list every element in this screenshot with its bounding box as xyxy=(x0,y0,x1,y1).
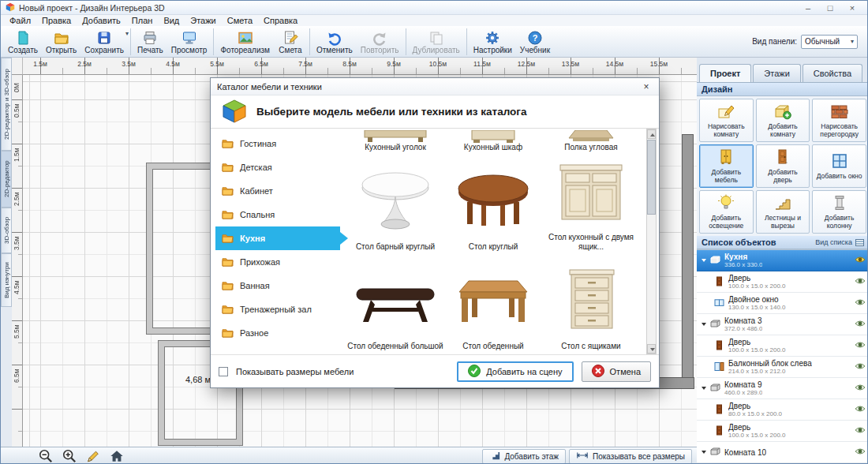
open-button[interactable]: Открыть xyxy=(42,27,80,56)
object-row-door[interactable]: Дверь100.0 x 15.0 x 200.0 xyxy=(697,421,868,442)
tool-stairs-openings[interactable]: Лестницы и вырезы xyxy=(756,190,810,234)
wall-segment[interactable] xyxy=(683,135,693,388)
tool-draw-partition[interactable]: Нарисовать перегородку xyxy=(812,99,866,142)
category-kids-room[interactable]: Детская xyxy=(215,155,340,179)
category-gym[interactable]: Тренажерный зал xyxy=(215,297,340,321)
dialog-close-icon[interactable]: × xyxy=(640,81,653,92)
close-icon[interactable]: × xyxy=(847,2,858,13)
visibility-eye-icon[interactable] xyxy=(855,341,866,350)
object-row-room3[interactable]: Комната 3372.0 x 486.0 xyxy=(697,314,868,335)
visibility-eye-icon[interactable] xyxy=(855,447,866,457)
tab-inside-view[interactable]: Вид изнутри xyxy=(1,253,12,307)
furniture-item-kitchen-corner[interactable]: Кухонный уголок xyxy=(346,129,444,155)
tab-floors[interactable]: Этажи xyxy=(753,64,800,82)
scroll-down-icon[interactable] xyxy=(647,344,656,354)
category-bathroom[interactable]: Ванная xyxy=(215,274,340,297)
menu-help[interactable]: Справка xyxy=(258,15,303,26)
furniture-item-drawer-table[interactable]: Стол с ящиками xyxy=(542,255,640,354)
cancel-button[interactable]: Отмена xyxy=(582,361,651,382)
measure-pencil-button[interactable] xyxy=(84,448,102,464)
furniture-item-round-bar-table[interactable]: Стол барный круглый xyxy=(346,155,444,255)
tool-add-window[interactable]: Добавить окно xyxy=(812,144,866,188)
show-sizes-checkbox[interactable] xyxy=(219,367,228,376)
furniture-item-kitchen-table-two-drawers[interactable]: Стол кухонный с двумя ящик... xyxy=(542,155,640,255)
tab-properties[interactable]: Свойства xyxy=(803,64,862,82)
undo-button[interactable]: Отменить xyxy=(312,27,357,56)
menu-file[interactable]: Файл xyxy=(4,15,36,26)
object-row-double-window[interactable]: Двойное окно130.0 x 15.0 x 140.0 xyxy=(697,293,868,314)
tool-draw-room[interactable]: Нарисовать комнату xyxy=(699,99,754,142)
furniture-item-round-table[interactable]: Стол круглый xyxy=(444,155,542,255)
object-row-kitchen[interactable]: Кухня336.0 x 330.0 xyxy=(697,250,868,271)
menu-edit[interactable]: Правка xyxy=(36,15,77,26)
visibility-eye-icon[interactable] xyxy=(855,256,866,265)
furniture-item-big-dining-table[interactable]: Стол обеденный большой xyxy=(346,255,444,354)
category-living-room[interactable]: Гостиная xyxy=(215,132,340,155)
tab-project[interactable]: Проект xyxy=(699,64,751,82)
expander-icon[interactable] xyxy=(702,451,706,454)
open-folder-icon xyxy=(54,30,69,46)
visibility-eye-icon[interactable] xyxy=(855,362,866,372)
list-view-icon[interactable] xyxy=(855,239,864,246)
tab-3d-view[interactable]: 3D-обзор xyxy=(1,208,12,253)
folder-icon xyxy=(222,138,234,150)
visibility-eye-icon[interactable] xyxy=(855,298,866,308)
tutorial-button[interactable]: ? Учебник xyxy=(516,27,554,56)
menu-view[interactable]: Вид xyxy=(158,15,185,26)
category-misc[interactable]: Разное xyxy=(215,321,340,345)
object-row-door[interactable]: Дверь100.0 x 15.0 x 200.0 xyxy=(697,271,868,293)
visibility-eye-icon[interactable] xyxy=(855,426,866,436)
expander-icon[interactable] xyxy=(702,323,706,326)
show-all-sizes-button[interactable]: Показывать все размеры xyxy=(569,449,692,464)
object-row-balcony-block[interactable]: Балконный блок слева214.0 x 15.0 x 212.0 xyxy=(697,357,868,378)
category-hallway[interactable]: Прихожая xyxy=(215,250,340,274)
tool-add-column[interactable]: Добавить колонну xyxy=(812,190,866,234)
object-row-room10[interactable]: Комната 10 xyxy=(697,442,868,463)
tab-2d-3d[interactable]: 2D-редактор и 3D-обзор xyxy=(1,58,12,151)
preview-button[interactable]: Просмотр xyxy=(167,27,211,56)
furniture-item-corner-shelf[interactable]: Полка угловая xyxy=(542,129,640,155)
save-dropdown-icon[interactable]: ▾ xyxy=(125,30,129,37)
settings-button[interactable]: Настройки xyxy=(470,27,516,56)
expander-icon[interactable] xyxy=(702,259,706,262)
object-row-room9[interactable]: Комната 9460.0 x 289.0 xyxy=(697,378,868,399)
visibility-eye-icon[interactable] xyxy=(855,384,866,393)
object-row-door[interactable]: Дверь80.0 x 15.0 x 200.0 xyxy=(697,399,868,421)
estimate-button[interactable]: Смета xyxy=(274,27,307,56)
minimize-icon[interactable]: – xyxy=(803,2,814,13)
save-button[interactable]: Сохранить ▾ xyxy=(80,27,128,56)
tab-2d-editor[interactable]: 2D-редактор xyxy=(1,151,12,208)
category-kitchen[interactable]: Кухня xyxy=(215,226,340,250)
visibility-eye-icon[interactable] xyxy=(855,320,866,329)
visibility-eye-icon[interactable] xyxy=(855,277,866,286)
home-button[interactable] xyxy=(108,448,125,464)
maximize-icon[interactable]: □ xyxy=(825,2,836,13)
furniture-item-dining-table[interactable]: Стол обеденный xyxy=(444,255,542,354)
category-label: Спальня xyxy=(240,210,275,219)
photorealism-button[interactable]: Фотореализм xyxy=(216,27,274,56)
tool-add-room[interactable]: Добавить комнату xyxy=(756,99,810,142)
category-office[interactable]: Кабинет xyxy=(215,179,340,203)
scroll-up-icon[interactable] xyxy=(647,129,656,139)
menu-floors[interactable]: Этажи xyxy=(185,15,221,26)
visibility-eye-icon[interactable] xyxy=(855,405,866,414)
menu-add[interactable]: Добавить xyxy=(77,15,126,26)
scrollbar-thumb[interactable] xyxy=(647,140,656,215)
menu-estimate[interactable]: Смета xyxy=(222,15,258,26)
furniture-item-kitchen-cupboard[interactable]: Кухонный шкаф xyxy=(444,129,542,155)
tool-add-door[interactable]: Добавить дверь xyxy=(756,144,810,188)
add-floor-button[interactable]: Добавить этаж xyxy=(482,449,566,464)
zoom-in-button[interactable] xyxy=(61,448,78,464)
expander-icon[interactable] xyxy=(702,387,706,390)
catalog-scrollbar[interactable] xyxy=(646,129,657,354)
menu-plan[interactable]: План xyxy=(126,15,159,26)
print-button[interactable]: Печать xyxy=(133,27,167,56)
category-bedroom[interactable]: Спальня xyxy=(215,203,340,226)
tool-add-furniture[interactable]: Добавить мебель xyxy=(699,144,754,188)
new-button[interactable]: Создать xyxy=(4,27,42,56)
object-row-door[interactable]: Дверь100.0 x 15.0 x 200.0 xyxy=(697,335,868,357)
tool-add-lighting[interactable]: Добавить освещение xyxy=(699,190,754,234)
add-to-scene-button[interactable]: Добавить на сцену xyxy=(457,361,573,382)
zoom-out-button[interactable] xyxy=(37,448,54,464)
panel-view-select[interactable]: Обычный ▾ xyxy=(801,35,858,49)
